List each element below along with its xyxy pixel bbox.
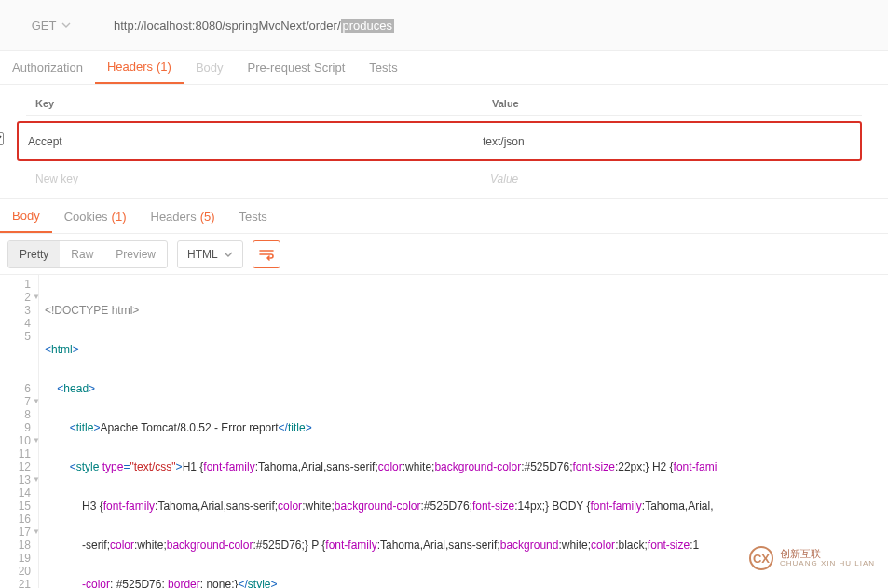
line-num: 6: [0, 382, 31, 395]
resp-tab-tests[interactable]: Tests: [227, 199, 280, 233]
resp-tab-body-label: Body: [12, 209, 40, 223]
url-text: http://localhost:8080/springMvcNext/orde…: [114, 19, 341, 33]
tab-tests[interactable]: Tests: [357, 51, 409, 84]
line-num: 3: [0, 304, 31, 317]
tab-authorization-label: Authorization: [12, 61, 83, 75]
tab-tests-label: Tests: [369, 61, 397, 75]
line-num: 15: [0, 499, 31, 513]
header-value-input[interactable]: text/json: [483, 135, 851, 148]
line-num: 9: [0, 421, 31, 434]
tab-body[interactable]: Body: [184, 51, 236, 84]
line-num: 20: [0, 565, 31, 578]
kv-value-header: Value: [492, 98, 853, 109]
line-num: 10▼: [0, 434, 31, 447]
view-pretty-button[interactable]: Pretty: [8, 241, 60, 267]
chevron-down-icon: [61, 22, 71, 28]
line-num: 5: [0, 330, 31, 343]
wrap-lines-button[interactable]: [253, 240, 280, 268]
line-num: [0, 356, 31, 369]
resp-tab-body[interactable]: Body: [0, 199, 52, 233]
line-num: 16: [0, 513, 31, 526]
fold-icon[interactable]: ▼: [33, 473, 40, 486]
watermark-logo: CX 创新互联 CHUANG XIN HU LIAN: [748, 545, 875, 571]
logo-text: 创新互联: [780, 549, 875, 559]
fold-icon[interactable]: ▼: [33, 395, 40, 408]
line-num: 8: [0, 408, 31, 421]
resp-tab-cookies-count: (1): [112, 210, 127, 224]
tab-prereq-label: Pre-request Script: [248, 61, 346, 75]
header-new-value-input[interactable]: Value: [490, 172, 853, 185]
response-editor[interactable]: 1 2▼ 3 4 5 6 7▼ 8 9 10▼ 11 12 13▼ 14 15 …: [0, 275, 888, 588]
tab-prereq[interactable]: Pre-request Script: [236, 51, 358, 84]
logo-icon: CX: [748, 545, 774, 571]
response-tabs: Body Cookies(1) Headers(5) Tests: [0, 198, 888, 234]
logo-subtext: CHUANG XIN HU LIAN: [780, 559, 875, 567]
resp-tab-cookies-label: Cookies: [64, 210, 108, 224]
response-toolbar: Pretty Raw Preview HTML: [0, 234, 888, 275]
fold-icon[interactable]: ▼: [33, 434, 40, 447]
view-raw-label: Raw: [71, 248, 93, 261]
url-selected-text: produces: [341, 19, 394, 33]
line-num: 12: [0, 460, 31, 473]
line-num: 2▼: [0, 291, 31, 304]
view-pretty-label: Pretty: [20, 248, 48, 261]
tab-authorization[interactable]: Authorization: [0, 51, 95, 84]
header-new-key-input[interactable]: New key: [35, 172, 490, 185]
view-mode-segment: Pretty Raw Preview: [7, 240, 168, 268]
resp-tab-headers[interactable]: Headers(5): [139, 199, 227, 233]
check-icon: [0, 135, 2, 143]
line-gutter: 1 2▼ 3 4 5 6 7▼ 8 9 10▼ 11 12 13▼ 14 15 …: [0, 275, 39, 588]
http-method-select[interactable]: GET: [0, 8, 102, 43]
language-label: HTML: [187, 248, 218, 261]
view-preview-button[interactable]: Preview: [104, 241, 167, 267]
line-num: 4: [0, 317, 31, 330]
resp-tab-headers-label: Headers: [151, 210, 197, 224]
header-row-new[interactable]: New key Value: [26, 165, 862, 193]
headers-editor: Key Value Accept text/json New key Value: [0, 85, 888, 197]
http-method-label: GET: [32, 19, 57, 33]
code-area[interactable]: <!DOCTYPE html> <html> <head> <title>Apa…: [39, 275, 888, 588]
request-tabs: Authorization Headers(1) Body Pre-reques…: [0, 51, 888, 85]
resp-tab-cookies[interactable]: Cookies(1): [52, 199, 139, 233]
kv-key-header: Key: [35, 98, 492, 109]
line-num: [0, 343, 31, 356]
line-num: 19: [0, 552, 31, 565]
request-bar: GET http://localhost:8080/springMvcNext/…: [0, 0, 888, 51]
kv-header-row: Key Value: [26, 92, 862, 116]
fold-icon[interactable]: ▼: [33, 526, 40, 539]
line-num: 21: [0, 578, 31, 588]
line-num: 13▼: [0, 473, 31, 486]
view-raw-button[interactable]: Raw: [60, 241, 104, 267]
line-num: 1: [0, 278, 31, 291]
tab-headers[interactable]: Headers(1): [95, 51, 184, 84]
header-row-checkbox[interactable]: [0, 132, 4, 145]
header-key-input[interactable]: Accept: [28, 135, 483, 148]
url-input[interactable]: http://localhost:8080/springMvcNext/orde…: [102, 8, 888, 43]
resp-tab-tests-label: Tests: [239, 210, 267, 224]
language-select[interactable]: HTML: [177, 240, 243, 268]
tab-body-label: Body: [196, 61, 224, 75]
line-num: 11: [0, 447, 31, 460]
line-num: 18: [0, 539, 31, 552]
fold-icon[interactable]: ▼: [33, 291, 40, 304]
wrap-icon: [259, 248, 274, 261]
line-num: 14: [0, 486, 31, 499]
svg-text:CX: CX: [753, 552, 770, 566]
resp-tab-headers-count: (5): [200, 210, 215, 224]
chevron-down-icon: [224, 252, 233, 257]
line-num: [0, 369, 31, 382]
tab-headers-label: Headers: [107, 60, 153, 74]
line-num: 7▼: [0, 395, 31, 408]
view-preview-label: Preview: [116, 248, 156, 261]
tab-headers-count: (1): [157, 60, 171, 74]
header-row-accept[interactable]: Accept text/json: [17, 121, 862, 161]
line-num: 17▼: [0, 526, 31, 539]
